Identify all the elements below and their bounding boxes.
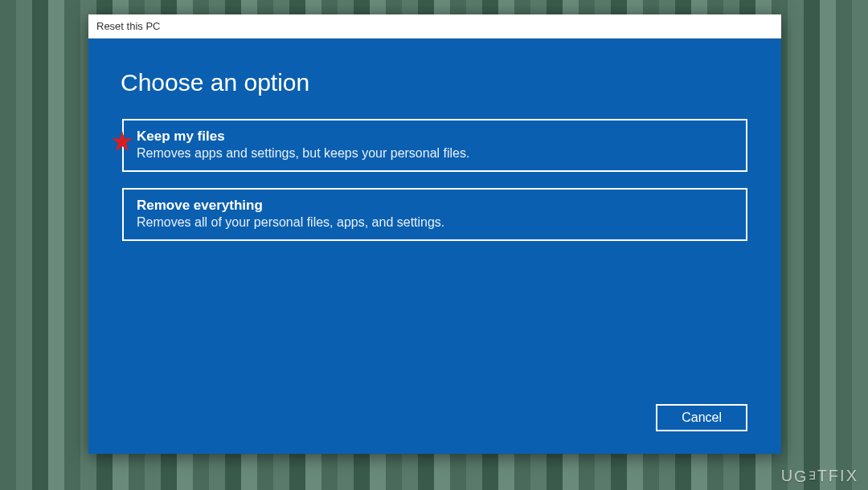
remove-everything-option[interactable]: Remove everything Removes all of your pe…: [122, 188, 747, 241]
title-bar: Reset this PC: [88, 14, 781, 39]
window-title: Reset this PC: [96, 20, 160, 32]
option-title: Remove everything: [137, 198, 733, 214]
cancel-button[interactable]: Cancel: [656, 404, 747, 431]
watermark-text: UG∃TFIX: [781, 467, 858, 485]
dialog-body: Choose an option Keep my files Removes a…: [88, 39, 781, 454]
option-title: Keep my files: [137, 129, 733, 145]
reset-pc-dialog: Reset this PC Choose an option Keep my f…: [88, 14, 781, 454]
dialog-heading: Choose an option: [121, 69, 747, 96]
option-description: Removes all of your personal files, apps…: [137, 215, 733, 230]
option-description: Removes apps and settings, but keeps you…: [137, 146, 733, 161]
keep-my-files-option[interactable]: Keep my files Removes apps and settings,…: [122, 119, 747, 172]
